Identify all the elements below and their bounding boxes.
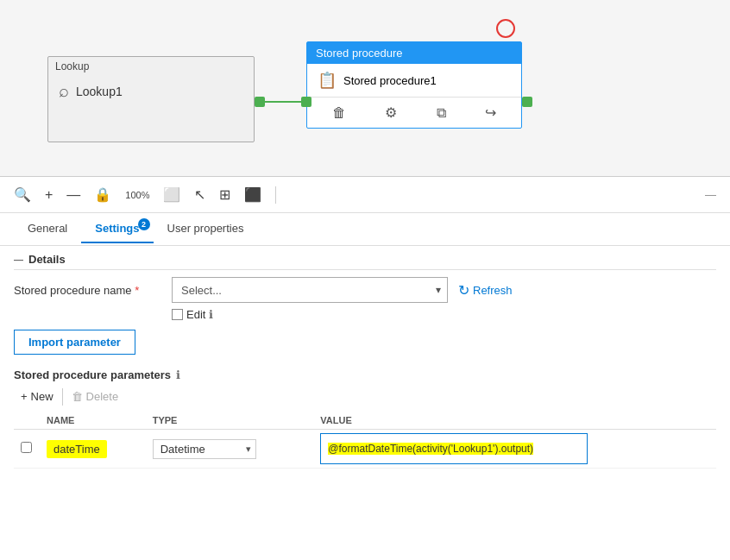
edit-checkbox[interactable] xyxy=(172,309,183,320)
zoom-icon[interactable]: 100% xyxy=(125,190,149,200)
lookup-node-header: Lookup xyxy=(48,57,254,76)
sp-arrow-icon[interactable]: ↪ xyxy=(481,103,500,123)
row-checkbox[interactable] xyxy=(21,442,32,453)
collapse-icon[interactable]: — xyxy=(14,255,23,265)
value-cell[interactable]: @formatDateTime(activity('Lookup1').outp… xyxy=(313,430,716,469)
name-cell[interactable]: dateTime xyxy=(40,430,146,469)
type-select[interactable]: Datetime xyxy=(153,439,256,459)
details-section-title: — Details xyxy=(14,246,716,270)
connector-right-sp xyxy=(522,97,532,107)
lookup-node[interactable]: Lookup ⌕ Lookup1 xyxy=(47,56,255,142)
lock-icon[interactable]: 🔒 xyxy=(94,186,111,203)
lookup-node-body: ⌕ Lookup1 xyxy=(48,76,254,106)
grid-icon[interactable]: ⊞ xyxy=(219,186,230,203)
edit-info-icon[interactable]: ℹ xyxy=(209,308,213,321)
connector-line xyxy=(265,101,303,103)
canvas-area: Lookup ⌕ Lookup1 Stored procedure 📋 Stor… xyxy=(0,0,730,177)
sp-name-select[interactable]: Select... xyxy=(172,277,448,303)
params-section: Stored procedure parameters ℹ + New 🗑 De… xyxy=(14,368,716,469)
sp-name-select-wrapper: Select... ▾ xyxy=(172,277,448,303)
plus-icon: + xyxy=(21,390,28,403)
sp-settings-icon[interactable]: ⚙ xyxy=(381,103,400,123)
tab-general[interactable]: General xyxy=(14,215,81,243)
tabs-bar: General Settings 2 User properties xyxy=(0,213,730,246)
cursor-icon[interactable]: ↖ xyxy=(194,186,205,203)
params-info-icon[interactable]: ℹ xyxy=(176,368,180,381)
minimize-icon: — xyxy=(705,188,716,201)
new-button[interactable]: + New xyxy=(14,387,60,406)
type-select-wrapper: Datetime ▾ xyxy=(153,439,256,459)
sp-icon: 📋 xyxy=(318,71,337,90)
tab-user-properties[interactable]: User properties xyxy=(154,215,258,243)
col-header-name: NAME xyxy=(40,412,146,430)
add-icon[interactable]: + xyxy=(45,187,53,203)
remove-icon[interactable]: — xyxy=(66,187,80,203)
lookup-icon: ⌕ xyxy=(59,81,69,101)
params-table-body: dateTime Datetime ▾ @formatDateTime(acti… xyxy=(14,430,716,469)
search-icon[interactable]: 🔍 xyxy=(14,186,31,203)
tab-settings-badge: 2 xyxy=(138,218,150,230)
settings-panel: — Details Stored procedure name * Select… xyxy=(0,246,730,469)
sp-name-row: Stored procedure name * Select... ▾ ↻ Re… xyxy=(14,277,716,303)
sp-node-body: 📋 Stored procedure1 xyxy=(307,64,521,97)
params-table-header: NAME TYPE VALUE xyxy=(14,412,716,430)
params-actions: + New 🗑 Delete xyxy=(14,387,716,406)
toolbar-separator xyxy=(275,186,276,204)
sp-node-header: Stored procedure xyxy=(307,42,521,64)
connector-right-lookup xyxy=(255,97,265,107)
required-star: * xyxy=(135,284,139,297)
connector-left-sp xyxy=(301,97,312,107)
value-text: @formatDateTime(activity('Lookup1').outp… xyxy=(328,443,533,455)
red-circle-indicator xyxy=(496,19,515,38)
sp-copy-icon[interactable]: ⧉ xyxy=(433,104,450,123)
layout-icon[interactable]: ⬛ xyxy=(244,186,261,203)
delete-button[interactable]: 🗑 Delete xyxy=(65,387,126,406)
params-header: Stored procedure parameters ℹ xyxy=(14,368,716,381)
import-parameter-button[interactable]: Import parameter xyxy=(14,330,135,355)
col-header-type: TYPE xyxy=(146,412,314,430)
params-actions-separator xyxy=(62,388,63,406)
refresh-icon: ↻ xyxy=(458,282,469,299)
lookup-node-label: Lookup1 xyxy=(76,85,123,98)
sp-name-label: Stored procedure name * xyxy=(14,284,165,297)
trash-icon: 🗑 xyxy=(72,390,83,403)
value-input[interactable]: @formatDateTime(activity('Lookup1').outp… xyxy=(320,433,588,464)
refresh-button[interactable]: ↻ Refresh xyxy=(455,282,516,299)
toolbar: 🔍 + — 🔒 100% ⬜ ↖ ⊞ ⬛ — xyxy=(0,177,730,213)
sp-node-label: Stored procedure1 xyxy=(343,74,437,87)
col-header-checkbox xyxy=(14,412,40,430)
table-row: dateTime Datetime ▾ @formatDateTime(acti… xyxy=(14,430,716,469)
col-header-value: VALUE xyxy=(313,412,716,430)
fit-icon[interactable]: ⬜ xyxy=(163,186,180,203)
name-value: dateTime xyxy=(47,440,107,458)
row-checkbox-cell[interactable] xyxy=(14,430,40,469)
sp-delete-icon[interactable]: 🗑 xyxy=(329,104,349,123)
tab-settings[interactable]: Settings 2 xyxy=(81,215,153,243)
params-table: NAME TYPE VALUE dateTime xyxy=(14,412,716,469)
edit-row: Edit ℹ xyxy=(172,308,716,321)
type-cell[interactable]: Datetime ▾ xyxy=(146,430,314,469)
sp-node-footer: 🗑 ⚙ ⧉ ↪ xyxy=(307,97,521,128)
stored-procedure-node[interactable]: Stored procedure 📋 Stored procedure1 🗑 ⚙… xyxy=(306,41,522,129)
